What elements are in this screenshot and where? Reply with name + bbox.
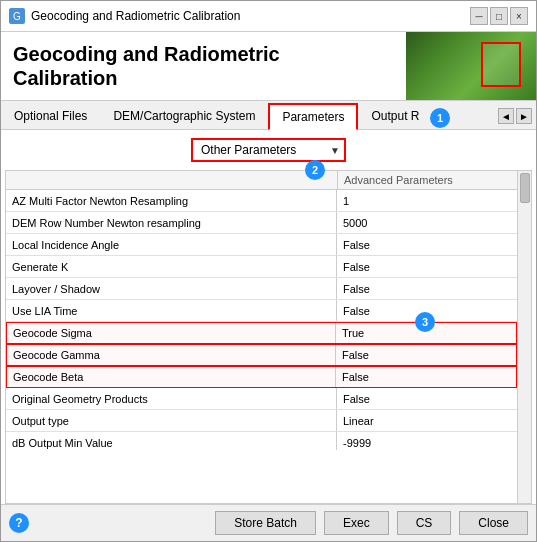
minimize-button[interactable]: ─ (470, 7, 488, 25)
params-scroll-area[interactable]: AZ Multi Factor Newton Resampling 1 DEM … (6, 190, 517, 450)
param-name: Local Incidence Angle (6, 234, 337, 255)
window-controls: ─ □ × (470, 7, 528, 25)
header-image-overlay (481, 42, 521, 87)
help-button[interactable]: ? (9, 513, 29, 533)
bottom-bar: ? Store Batch Exec CS Close (1, 504, 536, 541)
param-name: Geocode Beta (7, 367, 336, 387)
param-value: False (337, 234, 517, 255)
store-batch-button[interactable]: Store Batch (215, 511, 316, 535)
close-button[interactable]: Close (459, 511, 528, 535)
param-value: False (337, 278, 517, 299)
table-row: DEM Row Number Newton resampling 5000 (6, 212, 517, 234)
content-area: Other ParametersBasic ParametersAdvanced… (1, 130, 536, 504)
param-value: 5000 (337, 212, 517, 233)
table-row: Original Geometry Products False (6, 388, 517, 410)
tab-prev-button[interactable]: ◄ (498, 108, 514, 124)
param-name: Original Geometry Products (6, 388, 337, 409)
param-value: False (336, 367, 516, 387)
maximize-button[interactable]: □ (490, 7, 508, 25)
scrollbar-track[interactable] (517, 171, 531, 503)
param-name: Geocode Sigma (7, 323, 336, 343)
param-name: Geocode Gamma (7, 345, 336, 365)
table-row: Generate K False (6, 256, 517, 278)
param-value: Linear (337, 410, 517, 431)
exec-button[interactable]: Exec (324, 511, 389, 535)
header-banner: Geocoding and Radiometric Calibration (1, 32, 536, 101)
table-row: Use LIA Time False (6, 300, 517, 322)
param-name: Output type (6, 410, 337, 431)
tab-bar: Optional Files DEM/Cartographic System P… (1, 101, 536, 130)
tab-parameters[interactable]: Parameters (268, 103, 358, 130)
tab-optional-files[interactable]: Optional Files (1, 103, 100, 129)
dropdown-row: Other ParametersBasic ParametersAdvanced… (1, 130, 536, 170)
annotation-badge-1: 1 (430, 108, 450, 128)
table-row: dB Output Min Value -9999 (6, 432, 517, 450)
tab-navigation: ◄ ► (498, 108, 536, 124)
table-row-highlighted-geocode-gamma: Geocode Gamma False (6, 344, 517, 366)
annotation-badge-3: 3 (415, 312, 435, 332)
param-value: False (336, 345, 516, 365)
param-name: Generate K (6, 256, 337, 277)
params-table-container: Advanced Parameters AZ Multi Factor Newt… (5, 170, 532, 504)
cs-button[interactable]: CS (397, 511, 452, 535)
tab-output-r[interactable]: Output R (358, 103, 432, 129)
header-title: Geocoding and Radiometric Calibration (13, 42, 280, 90)
tab-dem-cartographic[interactable]: DEM/Cartographic System (100, 103, 268, 129)
table-header-left (6, 171, 337, 189)
param-value: 1 (337, 190, 517, 211)
table-row: Output type Linear (6, 410, 517, 432)
table-row: Local Incidence Angle False (6, 234, 517, 256)
window-title: Geocoding and Radiometric Calibration (31, 9, 464, 23)
annotation-badge-2: 2 (305, 160, 325, 180)
param-name: dB Output Min Value (6, 432, 337, 450)
app-icon: G (9, 8, 25, 24)
table-header-right: Advanced Parameters (337, 171, 517, 189)
tab-next-button[interactable]: ► (516, 108, 532, 124)
table-header: Advanced Parameters (6, 171, 517, 190)
table-row: AZ Multi Factor Newton Resampling 1 (6, 190, 517, 212)
table-row: Layover / Shadow False (6, 278, 517, 300)
main-window: G Geocoding and Radiometric Calibration … (0, 0, 537, 542)
other-parameters-dropdown[interactable]: Other ParametersBasic ParametersAdvanced… (191, 138, 346, 162)
header-image (406, 32, 536, 100)
close-window-button[interactable]: × (510, 7, 528, 25)
dropdown-wrapper: Other ParametersBasic ParametersAdvanced… (191, 138, 346, 162)
param-name: Use LIA Time (6, 300, 337, 321)
table-row-highlighted-geocode-beta: Geocode Beta False (6, 366, 517, 388)
param-value: False (337, 388, 517, 409)
param-name: AZ Multi Factor Newton Resampling (6, 190, 337, 211)
table-inner: Advanced Parameters AZ Multi Factor Newt… (6, 171, 517, 503)
header-text-area: Geocoding and Radiometric Calibration (1, 32, 406, 100)
param-value: False (337, 256, 517, 277)
param-name: DEM Row Number Newton resampling (6, 212, 337, 233)
scrollbar-thumb[interactable] (520, 173, 530, 203)
param-name: Layover / Shadow (6, 278, 337, 299)
title-bar: G Geocoding and Radiometric Calibration … (1, 1, 536, 32)
param-value: -9999 (337, 432, 517, 450)
table-row-highlighted-geocode-sigma: Geocode Sigma True (6, 322, 517, 344)
